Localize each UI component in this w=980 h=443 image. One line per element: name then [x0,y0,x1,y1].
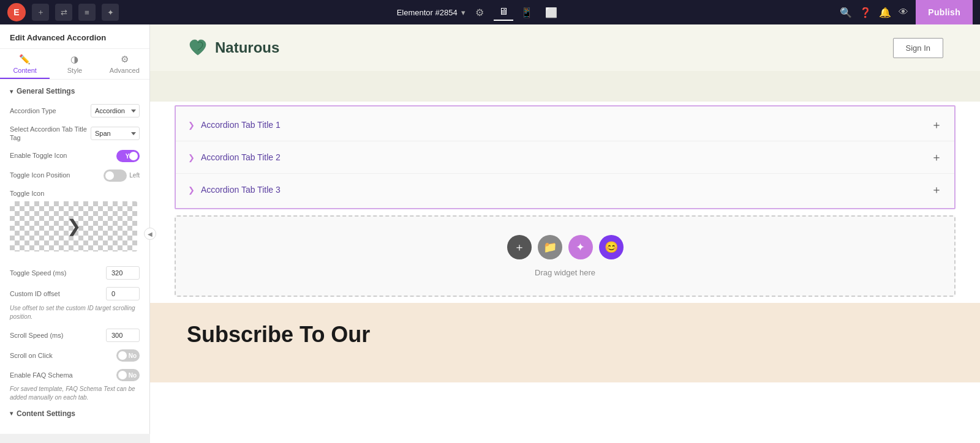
accordion-type-select[interactable]: Accordion Toggle [91,104,140,117]
panel-content: General Settings Accordion Type Accordio… [0,80,149,434]
faq-schema-label: Enable FAQ Schema [10,371,116,379]
content-tab-label: Content [13,67,37,74]
history-button[interactable]: ⇄ [55,4,72,21]
tab-style[interactable]: ◑ Style [50,49,99,79]
faq-schema-control: No [116,369,140,381]
style-tab-label: Style [67,67,82,74]
notifications-icon[interactable]: 🔔 [879,7,891,18]
main-layout: Edit Advanced Accordion ✏️ Content ◑ Sty… [0,24,980,443]
top-bar-left: E ＋ ⇄ ≡ ✦ [7,3,119,21]
toggle-icon-position-label: Toggle Icon Position [10,171,104,179]
logo-icon [187,37,209,59]
toggle-position-toggle[interactable] [104,169,127,182]
subscribe-title: Subscribe To Our [187,321,370,348]
site-logo: Naturous [187,37,279,59]
enable-toggle-icon-label: Enable Toggle Icon [10,151,116,160]
scroll-on-click-toggle[interactable]: No [116,349,140,362]
search-icon[interactable]: 🔍 [840,7,852,18]
toggle-position-side-label: Left [129,172,140,179]
top-bar-center: Elementor #2854 ▾ ⚙ 🖥 📱 ⬜ [397,4,562,21]
toggle-icon-position-field: Toggle Icon Position Left [10,169,140,182]
tab-title-tag-label: Select Accordion Tab Title Tag [10,125,91,143]
accordion-chevron-3: ❯ [188,185,195,195]
accordion-chevron-1: ❯ [188,121,195,130]
accordion-type-label: Accordion Type [10,106,91,115]
custom-id-offset-note: Use offset to set the custom ID target s… [10,304,140,321]
scroll-on-click-control: No [116,349,140,362]
add-widget-button[interactable]: ＋ [507,235,532,259]
accordion-title-2: Accordion Tab Title 2 [201,152,931,162]
hero-area [150,71,980,102]
accordion-add-3[interactable]: ＋ [931,182,942,197]
style-tab-icon: ◑ [70,54,78,65]
tab-content[interactable]: ✏️ Content [0,49,50,79]
tablet-portrait-button[interactable]: 📱 [516,4,538,21]
device-switcher: 🖥 📱 ⬜ [494,4,562,21]
scroll-on-click-label: Scroll on Click [10,351,116,360]
scroll-speed-input[interactable] [106,329,140,342]
emoji-button[interactable]: 😊 [599,235,624,259]
general-settings-section[interactable]: General Settings [10,87,140,95]
publish-button[interactable]: Publish [916,0,973,24]
tablet-landscape-button[interactable]: ⬜ [540,4,562,21]
elementor-logo[interactable]: E [7,3,26,21]
tab-advanced[interactable]: ⚙ Advanced [100,49,149,79]
scroll-on-click-field: Scroll on Click No [10,349,140,362]
content-settings-section[interactable]: Content Settings [10,409,140,418]
advanced-tab-label: Advanced [110,67,140,74]
custom-id-offset-label: Custom ID offset [10,289,106,298]
drag-widget-area: ＋ 📁 ✦ 😊 Drag widget here [175,215,956,297]
accordion-chevron-2: ❯ [188,153,195,162]
enable-toggle-icon-control: Yes [116,150,140,162]
toggle-speed-control [106,266,140,280]
faq-schema-field: Enable FAQ Schema No [10,369,140,381]
tab-title-tag-select[interactable]: SpanH1H2H3 [91,127,140,140]
toggle-speed-input[interactable] [106,266,140,280]
website-preview: Naturous Sign In ❯ Accordion Tab Title 1… [150,24,980,443]
help-icon[interactable]: ❓ [859,7,872,18]
tab-title-tag-field: Select Accordion Tab Title Tag SpanH1H2H… [10,125,140,143]
custom-id-offset-control [106,287,140,300]
toggle-icon-field: Toggle Icon ❯ [10,189,140,259]
custom-id-offset-input[interactable] [106,287,140,300]
sign-in-button[interactable]: Sign In [893,38,943,58]
accordion-add-1[interactable]: ＋ [931,117,942,132]
toggle-yes-label: Yes [126,152,136,159]
accordion-item-2[interactable]: ❯ Accordion Tab Title 2 ＋ [176,141,954,174]
panel-tabs: ✏️ Content ◑ Style ⚙ Advanced [0,49,149,80]
accordion-title-1: Accordion Tab Title 1 [201,120,931,130]
drag-widget-text: Drag widget here [535,268,595,277]
toggle-icon-position-control: Left [104,169,140,182]
accordion-section: ❯ Accordion Tab Title 1 ＋ ❯ Accordion Ta… [175,105,956,209]
site-header: Naturous Sign In [150,24,980,71]
toggle-icon-label: Toggle Icon [10,189,44,198]
preview-icon[interactable]: 👁 [899,7,908,18]
toggle-icon-preview[interactable]: ❯ [10,201,137,251]
accordion-type-field: Accordion Type Accordion Toggle [10,104,140,117]
panel-collapse-handle[interactable]: ◀ [144,228,156,240]
folder-button[interactable]: 📁 [538,235,562,259]
top-bar: E ＋ ⇄ ≡ ✦ Elementor #2854 ▾ ⚙ 🖥 📱 ⬜ 🔍 ❓ … [0,0,980,24]
tab-title-tag-control: SpanH1H2H3 [91,127,140,140]
faq-schema-toggle[interactable]: No [116,369,140,381]
layers-button[interactable]: ≡ [78,4,96,21]
scroll-speed-field: Scroll Speed (ms) [10,329,140,342]
accordion-item-3[interactable]: ❯ Accordion Tab Title 3 ＋ [176,174,954,206]
toggle-no-label: No [129,352,137,359]
faq-toggle-no-label: No [129,371,137,378]
page-settings-icon[interactable]: ⚙ [475,7,484,18]
enable-toggle-icon-toggle[interactable]: Yes [116,150,140,162]
canvas-area: Naturous Sign In ❯ Accordion Tab Title 1… [150,24,980,443]
sparkle-button[interactable]: ✦ [568,235,593,259]
top-bar-right: 🔍 ❓ 🔔 👁 Publish [840,0,973,24]
faq-schema-note: For saved template, FAQ Schema Text can … [10,385,140,402]
accordion-type-control: Accordion Toggle [91,104,140,117]
ai-button[interactable]: ✦ [102,4,119,21]
advanced-tab-icon: ⚙ [121,54,129,65]
add-element-button[interactable]: ＋ [32,4,49,21]
accordion-item-1[interactable]: ❯ Accordion Tab Title 1 ＋ [176,109,954,141]
drag-icons-row: ＋ 📁 ✦ 😊 [507,235,624,259]
left-panel-wrapper: Edit Advanced Accordion ✏️ Content ◑ Sty… [0,24,150,443]
desktop-view-button[interactable]: 🖥 [494,4,513,21]
accordion-add-2[interactable]: ＋ [931,150,942,165]
